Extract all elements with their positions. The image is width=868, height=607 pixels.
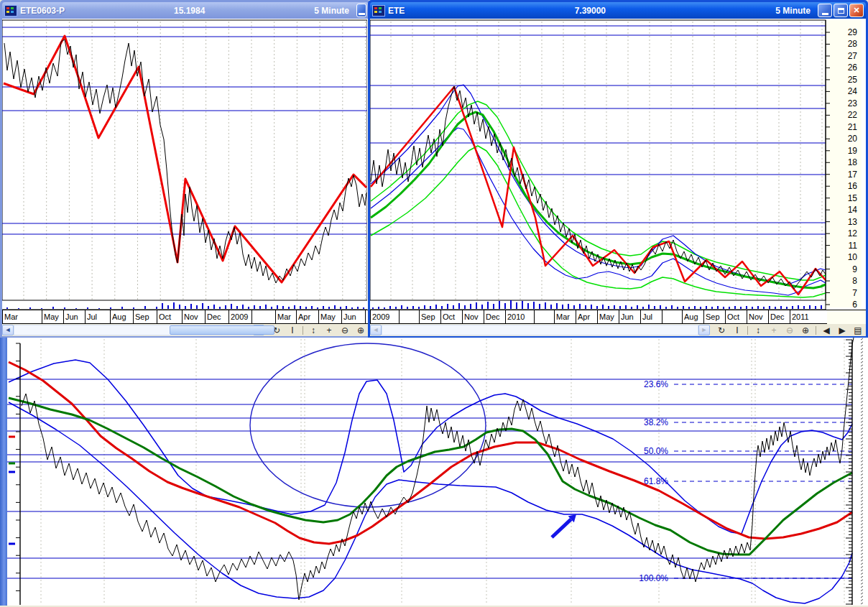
window-right: ETE 7.39000 5 Minute ✕ 29282726252423222…: [368, 0, 868, 338]
scroll-left-button[interactable]: ◄: [370, 325, 382, 335]
x-axis-cell: May: [597, 310, 619, 323]
y-axis-label: 17: [848, 170, 858, 180]
y-axis-label: 8: [852, 276, 857, 286]
vertical-zoom-icon[interactable]: ↕: [305, 325, 321, 336]
x-axis-cell: Apr: [296, 310, 318, 323]
x-axis-cell: Jun: [341, 310, 365, 323]
window-title: ETE0603-P: [20, 6, 65, 16]
x-axis-cell: Nov: [182, 310, 205, 323]
y-axis-label: 14: [848, 205, 858, 215]
x-axis-cell: Nov: [462, 310, 484, 323]
right-chart-canvas[interactable]: 2928272625242322212019181716151413121110…: [370, 19, 864, 310]
scroll-left-button[interactable]: ◄: [2, 325, 14, 335]
x-axis-cell: [399, 310, 419, 323]
zoom-out-icon[interactable]: ⊖: [782, 325, 798, 336]
page-list-icon[interactable]: ▤: [850, 325, 866, 336]
y-axis-label: 25: [848, 75, 858, 85]
x-axis-cell: May: [318, 310, 341, 323]
x-axis-cell: Aug: [110, 310, 133, 323]
window-left: ETE0603-P 15.1984 5 Minute MarMayJunJulA…: [0, 0, 371, 338]
plot-area: [7, 338, 852, 606]
x-axis-cell: Oct: [725, 310, 747, 323]
x-axis-cell: Jul: [85, 310, 110, 323]
scrollbar-thumb[interactable]: [170, 325, 274, 335]
last-price: 7.39000: [407, 6, 772, 16]
fib-level-label: 50.0%: [644, 446, 668, 456]
window-frame-left: [0, 338, 7, 607]
y-axis-label: 24: [848, 86, 858, 96]
titlebar-left[interactable]: ETE0603-P 15.1984 5 Minute: [2, 2, 369, 19]
scale-footer: [827, 310, 866, 325]
x-axis-cell: Aug: [682, 310, 703, 323]
x-axis-cell: May: [42, 310, 63, 323]
y-axis-label: 26: [848, 62, 858, 73]
titlebar-right[interactable]: ETE 7.39000 5 Minute ✕: [370, 2, 866, 19]
zoom-in-icon[interactable]: ⊕: [353, 325, 369, 336]
x-axis-cell: Oct: [440, 310, 462, 323]
x-axis-cell: Oct: [157, 310, 182, 323]
y-axis-label: 23: [848, 98, 858, 108]
app-icon: [372, 5, 385, 17]
y-axis-label: 6: [852, 300, 857, 310]
text-cursor-icon[interactable]: I: [285, 325, 300, 336]
window-title: ETE: [388, 6, 405, 16]
prev-page-icon[interactable]: ◀: [818, 325, 834, 336]
y-axis-label: 15: [848, 193, 858, 203]
y-axis-label: 28: [848, 39, 858, 49]
toolbar-separator: [816, 326, 816, 335]
x-axis-cell: 2010: [505, 310, 534, 323]
maximize-button[interactable]: [834, 4, 848, 17]
scroll-right-button[interactable]: ►: [698, 325, 710, 335]
toolbar-separator: [747, 326, 748, 335]
window-buttons: ✕: [816, 4, 864, 17]
x-axis-cell: Nov: [747, 310, 768, 323]
bottom-row-left: ◄ ► ↻I↕+⊖⊕: [2, 324, 369, 336]
bottom-row-right: ◄ ► ↻I↕+⊖⊕◀▶▤: [370, 324, 866, 336]
x-axis-cell: Jul: [640, 310, 662, 323]
x-axis-cell: 2009: [370, 310, 399, 323]
bottom-chart-canvas[interactable]: 23.6%38.2%50.0%61.8%100.0%: [7, 338, 868, 606]
x-axis-row-right: 2009SepOctNovDec2010MarAprMayJunJulAugSe…: [370, 310, 827, 324]
y-axis-label: 12: [848, 228, 858, 238]
y-axis-label: 20: [848, 134, 858, 144]
x-axis-cell: [251, 310, 275, 323]
timeframe-label: 5 Minute: [314, 6, 349, 16]
x-axis-cell: 2011: [790, 310, 826, 323]
minimize-button[interactable]: [818, 4, 832, 17]
zoom-in-icon[interactable]: ⊕: [798, 325, 813, 336]
close-button[interactable]: ✕: [849, 4, 864, 17]
pan-icon[interactable]: +: [321, 325, 337, 336]
text-cursor-icon[interactable]: I: [729, 325, 745, 336]
left-chart-canvas[interactable]: [2, 19, 367, 310]
scrollbar-track[interactable]: [14, 325, 253, 335]
left-chart: [2, 19, 367, 310]
right-chart: 2928272625242322212019181716151413121110…: [370, 19, 864, 310]
y-axis-label: 21: [848, 122, 858, 132]
scrollbar-track[interactable]: [382, 325, 698, 335]
x-axis-cell: [662, 310, 682, 323]
x-axis-cell: Mar: [275, 310, 296, 323]
fib-level-label: 23.6%: [644, 379, 668, 389]
y-axis-label: 18: [848, 157, 858, 167]
y-axis-label: 22: [848, 110, 858, 120]
y-axis-label: 9: [852, 264, 857, 274]
vertical-zoom-icon[interactable]: ↕: [750, 325, 766, 336]
fib-level-label: 100.0%: [639, 573, 668, 583]
x-axis-cell: Mar: [2, 310, 42, 323]
next-page-icon[interactable]: ▶: [834, 325, 850, 336]
x-axis-cell: Dec: [484, 310, 505, 323]
y-axis-label: 10: [848, 252, 858, 262]
refresh-icon[interactable]: ↻: [714, 325, 729, 336]
x-axis-cell: Dec: [768, 310, 790, 323]
zoom-out-icon[interactable]: ⊖: [337, 325, 353, 336]
pan-icon[interactable]: +: [766, 325, 782, 336]
fib-level-label: 38.2%: [644, 417, 668, 427]
app-icon: [4, 5, 17, 17]
y-axis-label: 13: [848, 217, 858, 227]
x-axis-cell: Mar: [554, 310, 576, 323]
minimize-button[interactable]: [356, 4, 366, 17]
x-axis-cell: 2009: [228, 310, 251, 323]
y-axis-label: 27: [848, 51, 858, 61]
x-axis-cell: Dec: [205, 310, 228, 323]
x-axis-cell: Sep: [133, 310, 157, 323]
